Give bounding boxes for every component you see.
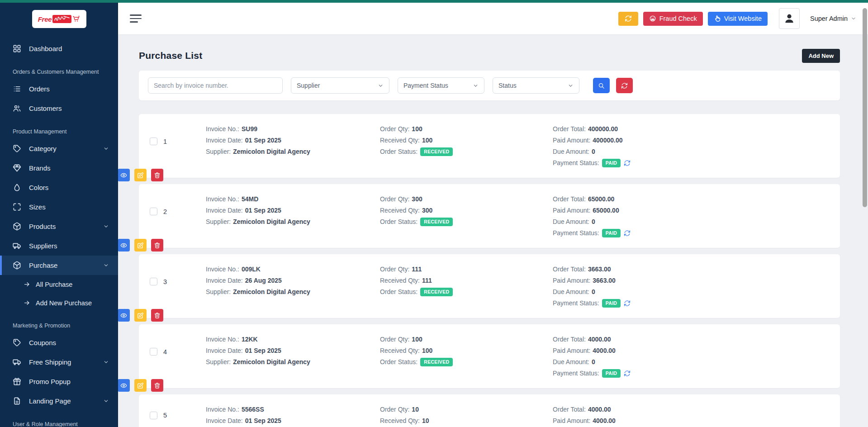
pencil-icon bbox=[137, 382, 144, 389]
invoice-date: 26 Aug 2025 bbox=[245, 275, 282, 286]
order-total: 3663.00 bbox=[588, 264, 611, 275]
sidebar-item-coupons[interactable]: Coupons bbox=[0, 333, 118, 352]
fraud-check-button[interactable]: Fraud Check bbox=[643, 12, 703, 26]
order-total: 65000.00 bbox=[588, 194, 614, 205]
invoice-column: Invoice No.:5566SS Invoice Date:01 Sep 2… bbox=[206, 394, 380, 427]
sidebar-item-brands[interactable]: Brands bbox=[0, 158, 118, 178]
sidebar-item-promo-popup[interactable]: Promo Popup bbox=[0, 372, 118, 391]
edit-button[interactable] bbox=[134, 309, 147, 322]
invoice-no: 12KK bbox=[242, 334, 258, 345]
sync-payment-icon[interactable] bbox=[624, 230, 631, 237]
sidebar-item-label: Purchase bbox=[29, 261, 57, 269]
supplier-name: Zemicolon Digital Agency bbox=[233, 356, 310, 368]
sidebar-item-category[interactable]: Category bbox=[0, 139, 118, 158]
purchase-card: 4 Invoice No.:12KK Invoice Date:01 Sep 2… bbox=[139, 324, 840, 388]
reset-filter-button[interactable] bbox=[616, 78, 633, 93]
row-actions bbox=[150, 239, 163, 251]
supplier-name: Zemicolon Digital Agency bbox=[233, 146, 310, 157]
edit-button[interactable] bbox=[134, 169, 147, 181]
amount-column: Order Total:4000.00 Paid Amount:4000.00 … bbox=[553, 324, 745, 379]
scrollbar-thumb[interactable] bbox=[863, 8, 867, 207]
row-number: 2 bbox=[163, 208, 206, 215]
chevron-down-icon bbox=[103, 146, 109, 152]
invoice-column: Invoice No.:SU99 Invoice Date:01 Sep 202… bbox=[206, 114, 380, 157]
payment-status-select[interactable]: Payment Status bbox=[398, 77, 484, 94]
brand-logo-text: Free bbox=[38, 15, 52, 23]
supplier-select-value: Supplier bbox=[297, 82, 320, 89]
order-total: 4000.00 bbox=[588, 404, 611, 415]
sidebar-item-products[interactable]: Products bbox=[0, 217, 118, 236]
tag-icon bbox=[13, 144, 21, 153]
sync-payment-icon[interactable] bbox=[624, 300, 631, 307]
quantity-column: Order Qty:100 Received Qty:100 Order Sta… bbox=[380, 114, 553, 157]
add-new-button[interactable]: Add New bbox=[802, 49, 840, 63]
chevron-down-icon bbox=[103, 359, 109, 365]
box-icon bbox=[13, 261, 21, 270]
invoice-date: 01 Sep 2025 bbox=[245, 135, 281, 146]
sidebar-item-label: Brands bbox=[29, 164, 51, 172]
sidebar-item-suppliers[interactable]: Suppliers bbox=[0, 236, 118, 256]
row-checkbox[interactable] bbox=[150, 278, 157, 285]
sidebar-item-customers[interactable]: Customers bbox=[0, 99, 118, 118]
edit-button[interactable] bbox=[134, 379, 147, 392]
trash-icon bbox=[154, 242, 161, 249]
user-menu[interactable]: Super Admin bbox=[810, 15, 856, 22]
view-button[interactable] bbox=[118, 309, 130, 322]
chevron-down-icon bbox=[568, 83, 574, 89]
avatar[interactable] bbox=[779, 8, 800, 29]
sidebar-item-label: Landing Page bbox=[29, 397, 71, 405]
due-amount: 0 bbox=[592, 216, 595, 228]
visit-website-button[interactable]: Visit Website bbox=[708, 12, 768, 26]
row-checkbox[interactable] bbox=[150, 208, 157, 215]
order-qty: 10 bbox=[412, 404, 419, 415]
quantity-column: Order Qty:300 Received Qty:300 Order Sta… bbox=[380, 184, 553, 228]
sidebar-item-purchase[interactable]: Purchase bbox=[0, 256, 118, 275]
delete-button[interactable] bbox=[151, 379, 163, 392]
sidebar-item-landing-page[interactable]: Landing Page bbox=[0, 391, 118, 411]
search-button[interactable] bbox=[593, 78, 610, 93]
gift-icon bbox=[13, 377, 21, 386]
sync-payment-icon[interactable] bbox=[624, 370, 631, 377]
refresh-button[interactable] bbox=[618, 12, 638, 26]
order-status-badge: RECEIVED bbox=[420, 147, 453, 156]
view-button[interactable] bbox=[118, 379, 130, 392]
sidebar-item-add-new-purchase[interactable]: Add New Purchase bbox=[0, 294, 118, 312]
sidebar-item-orders[interactable]: Orders bbox=[0, 79, 118, 99]
sidebar-item-sizes[interactable]: Sizes bbox=[0, 197, 118, 217]
trash-icon bbox=[154, 382, 161, 389]
delete-button[interactable] bbox=[151, 309, 163, 322]
menu-toggle[interactable] bbox=[130, 14, 142, 23]
sidebar-item-colors[interactable]: Colors bbox=[0, 178, 118, 197]
quantity-column: Order Qty:100 Received Qty:100 Order Sta… bbox=[380, 324, 553, 368]
order-qty: 111 bbox=[412, 264, 422, 275]
chevron-down-icon bbox=[378, 83, 384, 89]
sidebar-section-product-management: Product Management bbox=[0, 124, 118, 139]
chevron-down-icon bbox=[473, 83, 479, 89]
chevron-down-icon bbox=[851, 16, 856, 21]
received-qty: 10 bbox=[422, 415, 429, 427]
sidebar-item-all-purchase[interactable]: All Purchase bbox=[0, 275, 118, 294]
brand-logo[interactable]: Free bbox=[32, 10, 86, 28]
view-button[interactable] bbox=[118, 239, 130, 251]
arrow-right-icon bbox=[24, 281, 30, 288]
row-checkbox[interactable] bbox=[150, 138, 157, 145]
delete-button[interactable] bbox=[151, 239, 163, 251]
sidebar-item-dashboard[interactable]: Dashboard bbox=[0, 39, 118, 58]
view-button[interactable] bbox=[118, 169, 130, 181]
row-actions bbox=[150, 379, 163, 392]
list-icon bbox=[13, 85, 21, 93]
sidebar-item-label: Sizes bbox=[29, 203, 46, 211]
search-input[interactable] bbox=[148, 77, 283, 94]
delete-button[interactable] bbox=[151, 169, 163, 181]
supplier-select[interactable]: Supplier bbox=[291, 77, 389, 94]
sync-payment-icon[interactable] bbox=[624, 160, 631, 166]
row-checkbox[interactable] bbox=[150, 412, 157, 419]
purchase-card: 2 Invoice No.:54MD Invoice Date:01 Sep 2… bbox=[139, 184, 840, 248]
paid-amount: 3663.00 bbox=[593, 275, 616, 286]
trash-icon bbox=[154, 172, 161, 179]
amount-column: Order Total:400000.00 Paid Amount:400000… bbox=[553, 114, 745, 169]
status-select[interactable]: Status bbox=[493, 77, 579, 94]
edit-button[interactable] bbox=[134, 239, 147, 251]
row-checkbox[interactable] bbox=[150, 348, 157, 356]
sidebar-item-free-shipping[interactable]: Free Shipping bbox=[0, 352, 118, 372]
